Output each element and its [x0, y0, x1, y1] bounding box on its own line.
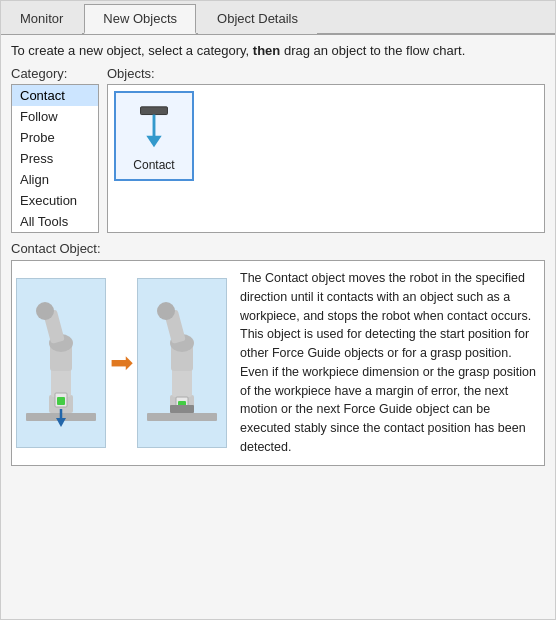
robot-after-image: [137, 278, 227, 448]
objects-label: Objects:: [107, 66, 545, 81]
object-item-contact[interactable]: Contact: [114, 91, 194, 181]
contact-object-label: Contact: [133, 158, 174, 172]
category-item-probe[interactable]: Probe: [12, 127, 98, 148]
robot-before-svg: [21, 285, 101, 440]
tab-monitor[interactable]: Monitor: [1, 4, 82, 34]
category-list: Contact Follow Probe Press Align Executi…: [11, 84, 99, 233]
instruction-highlight: then: [253, 43, 280, 58]
category-item-contact[interactable]: Contact: [12, 85, 98, 106]
svg-rect-12: [57, 397, 65, 405]
svg-point-10: [36, 302, 54, 320]
transition-arrow: ➡: [110, 346, 133, 379]
svg-rect-16: [147, 413, 217, 421]
category-item-execution[interactable]: Execution: [12, 190, 98, 211]
svg-rect-18: [172, 367, 192, 397]
svg-point-22: [157, 302, 175, 320]
instruction-text: To create a new object, select a categor…: [11, 43, 545, 58]
app-window: Monitor New Objects Object Details To cr…: [0, 0, 556, 620]
category-item-align[interactable]: Align: [12, 169, 98, 190]
objects-section: Objects: Con: [107, 66, 545, 233]
robot-before-image: [16, 278, 106, 448]
svg-marker-2: [146, 136, 161, 148]
category-item-all-tools[interactable]: All Tools: [12, 211, 98, 232]
contact-icon: [129, 101, 179, 156]
description-images: ➡: [12, 261, 232, 465]
svg-rect-25: [170, 405, 194, 413]
description-text: The Contact object moves the robot in th…: [232, 261, 544, 465]
svg-rect-0: [141, 107, 168, 115]
instruction-suffix: drag an object to the flow chart.: [280, 43, 465, 58]
category-item-follow[interactable]: Follow: [12, 106, 98, 127]
category-label: Category:: [11, 66, 99, 81]
instruction-prefix: To create a new object, select a categor…: [11, 43, 253, 58]
objects-grid: Contact: [107, 84, 545, 233]
contact-svg-icon: [132, 103, 176, 153]
category-item-press[interactable]: Press: [12, 148, 98, 169]
main-content: To create a new object, select a categor…: [1, 35, 555, 619]
category-objects-row: Category: Contact Follow Probe Press Ali…: [11, 66, 545, 233]
tab-object-details[interactable]: Object Details: [198, 4, 317, 34]
tab-new-objects[interactable]: New Objects: [84, 4, 196, 34]
description-section: ➡: [11, 260, 545, 466]
description-label: Contact Object:: [11, 241, 545, 256]
robot-after-svg: [142, 285, 222, 440]
tab-bar: Monitor New Objects Object Details: [1, 1, 555, 35]
category-section: Category: Contact Follow Probe Press Ali…: [11, 66, 99, 233]
